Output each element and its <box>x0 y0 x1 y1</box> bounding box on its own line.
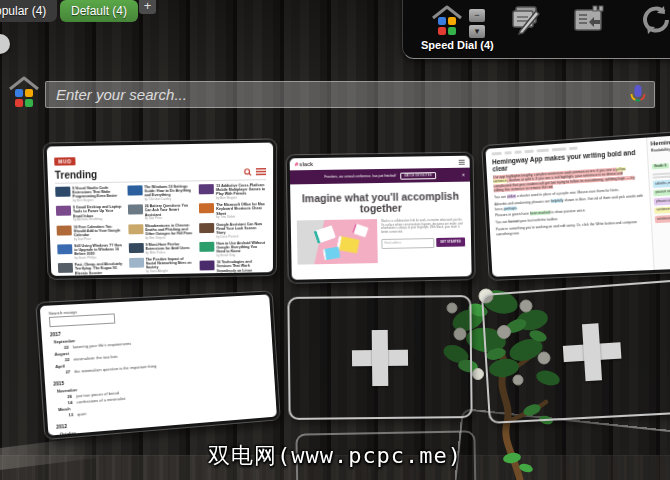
side-panel-handle[interactable] <box>0 34 10 54</box>
article-item: 10 Free Calendars You Should Add to Your… <box>57 224 124 241</box>
toolbar-label: Speed Dial (4) <box>421 39 494 51</box>
article-thumbnail <box>199 223 214 233</box>
search-essays-label: Search essays <box>48 300 262 316</box>
tab-popular[interactable]: Popular (4) <box>0 0 57 22</box>
email-field: Email address <box>381 238 434 249</box>
article-item: Misadventures in Chrome: Deaths and Phis… <box>128 223 195 240</box>
speed-dial-logo-icon[interactable] <box>8 76 40 110</box>
slack-wordmark: slack <box>299 159 459 167</box>
article-thumbnail <box>128 224 143 234</box>
edit-dials-icon[interactable] <box>508 3 542 37</box>
article-item: Fast, Cheap, and Absolutely Terrifying: … <box>58 262 124 279</box>
import-icon[interactable] <box>571 3 605 37</box>
expand-icon[interactable]: ▾ <box>469 25 485 38</box>
add-dial-button[interactable] <box>481 278 670 424</box>
collapse-icon[interactable]: − <box>469 9 485 22</box>
essay-archive: 2017 September 22lowering your life's re… <box>50 315 270 439</box>
article-thumbnail <box>200 261 215 271</box>
search-bar <box>45 81 655 108</box>
slack-hash-icon: # <box>295 161 298 167</box>
banner-text: Frontiers, our annual conference, has ju… <box>324 174 396 179</box>
muo-logo: MUO <box>54 157 76 165</box>
article-item: 10 Technologies and Services That Work S… <box>200 260 266 277</box>
add-tab-button[interactable]: + <box>139 0 156 14</box>
article-item: 9 Visual Studio Code Extensions That Mak… <box>55 186 122 203</box>
close-icon: × <box>462 172 465 178</box>
article-thumbnail <box>199 184 214 194</box>
article-thumbnail <box>127 185 142 195</box>
article-thumbnail <box>128 205 143 215</box>
search-icon <box>244 168 252 176</box>
article-thumbnail <box>57 244 72 254</box>
article-column: 13 Addictive Cross-Platform Mobile Multi… <box>199 183 266 279</box>
banner-button: WATCH KEYNOTES <box>400 172 436 180</box>
article-thumbnail <box>199 203 214 213</box>
extension-toolbar: − ▾ Speed Dial (4) <box>402 0 670 59</box>
plus-icon <box>562 322 623 383</box>
dial-hemingway[interactable]: Hemingway App makes your writing bold an… <box>482 130 670 280</box>
article-thumbnail <box>57 225 72 235</box>
article-thumbnail <box>129 258 144 268</box>
article-thumbnail <box>58 263 73 273</box>
article-item: How to Use Android Without Google: Every… <box>200 241 266 258</box>
slack-hero-image <box>297 219 378 265</box>
article-item: The Microsoft Office for Mac Keyboard Sh… <box>199 202 266 219</box>
article-item: Google Assistant Can Now Read Your Lock … <box>199 222 266 239</box>
article-column: 9 Visual Studio Code Extensions That Mak… <box>55 186 124 279</box>
article-item: The Windows 10 Settings Guide: How to Do… <box>127 184 194 202</box>
plus-icon <box>352 329 409 386</box>
article-thumbnail <box>200 242 215 252</box>
legend-chip: adverbs, meeting the goal <box>653 178 670 188</box>
legend-chip: sentences hard to read <box>654 205 670 215</box>
legend-chip: passive voice, meeting goal <box>653 187 670 197</box>
watermark-text: 双电网(www.pcpc.me) <box>208 441 462 471</box>
add-dial-button[interactable] <box>287 295 472 420</box>
sidebar-title: Hemingway <box>650 137 670 147</box>
dial-makeuseof[interactable]: MUO Trending 9 <box>44 139 277 278</box>
article-item: Still Using Windows 7? How to Upgrade to… <box>57 243 124 260</box>
article-column: The Windows 10 Settings Guide: How to Do… <box>127 184 195 279</box>
legend-chip: phrases with simpler alternatives <box>654 196 670 206</box>
dial-essays[interactable]: Search essays 2017 September 22lowering … <box>36 291 279 439</box>
legend-chip: sentences very hard to read <box>655 214 670 224</box>
slack-banner: Frontiers, our annual conference, has ju… <box>290 168 470 185</box>
menu-icon <box>459 158 465 165</box>
voice-search-mic-icon[interactable] <box>629 84 647 105</box>
article-thumbnail <box>56 206 71 216</box>
slack-paragraph: Slack is a collaboration hub for work, n… <box>381 219 465 235</box>
article-thumbnail <box>55 187 70 197</box>
grade-badge: Grade 6 <box>652 163 669 169</box>
article-item: 26 Battery Questions You Can Ask Your Sm… <box>128 204 195 221</box>
tab-default[interactable]: Default (4) <box>60 0 138 22</box>
sync-icon[interactable] <box>639 3 670 37</box>
dial-slack[interactable]: # slack Frontiers, our annual conference… <box>287 153 475 283</box>
speed-dial-home-icon[interactable] <box>431 5 463 37</box>
legend: adverbs, meeting the goalpassive voice, … <box>653 178 670 224</box>
search-input[interactable] <box>45 81 655 108</box>
trending-heading: Trending <box>55 166 244 180</box>
article-item: The Positive Impact of Social Networking… <box>129 257 195 274</box>
flag-icon <box>256 168 266 175</box>
article-thumbnail <box>128 243 143 253</box>
article-item: 9 Must-Have Firefox Extensions for Avid … <box>128 242 194 255</box>
speed-dial-page: Popular (4) Default (4) + − ▾ <box>0 0 670 480</box>
article-item: 13 Addictive Cross-Platform Mobile Multi… <box>199 183 266 201</box>
slack-heading: Imagine what you'll accomplish together <box>298 191 462 216</box>
article-item: 5 Gmail Desktop and Laptop Tools to Powe… <box>56 205 123 222</box>
get-started-button: GET STARTED <box>436 237 465 247</box>
